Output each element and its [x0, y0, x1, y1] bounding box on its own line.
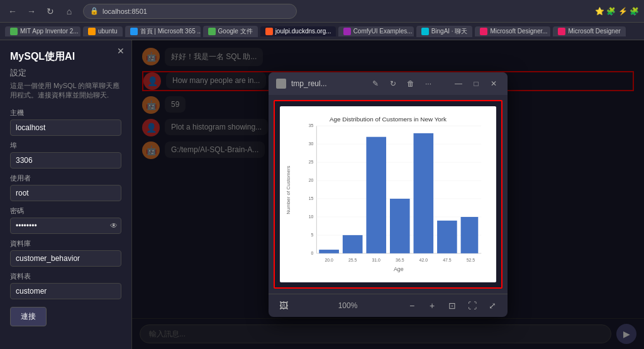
- svg-rect-32: [437, 221, 457, 253]
- db-input[interactable]: [10, 250, 121, 267]
- tab-label-9: Microsoft Designer: [568, 28, 620, 35]
- modal-title: tmp_reul...: [291, 79, 364, 88]
- svg-text:25.5: 25.5: [348, 258, 357, 262]
- tab-8[interactable]: Microsoft Designer...: [475, 26, 550, 36]
- expand-button[interactable]: ⤢: [485, 298, 500, 313]
- user-label: 使用者: [10, 174, 121, 183]
- minimize-button[interactable]: —: [452, 77, 465, 90]
- svg-rect-26: [366, 137, 386, 253]
- settings-description: 這是一個使用 MySQL 的簡單聊天應用程式。連接資料庫並開始聊天.: [10, 81, 121, 101]
- table-label: 資料表: [10, 272, 121, 281]
- svg-text:Age Distribution of Customers : Age Distribution of Customers in New Yor…: [330, 116, 447, 123]
- close-modal-button[interactable]: ✕: [487, 77, 500, 90]
- close-panel-button[interactable]: ✕: [115, 45, 126, 57]
- svg-text:52.5: 52.5: [467, 258, 475, 262]
- main-content: ✕ MySQL使用AI 設定 這是一個使用 MySQL 的簡單聊天應用程式。連接…: [0, 40, 644, 349]
- password-field-container: 👁: [10, 218, 121, 234]
- tab-label-6: ComfyUI Examples...: [353, 28, 413, 35]
- zoom-level: 100%: [296, 301, 399, 310]
- svg-text:Number of Customers: Number of Customers: [286, 165, 291, 214]
- left-panel: ✕ MySQL使用AI 設定 這是一個使用 MySQL 的簡單聊天應用程式。連接…: [0, 40, 132, 349]
- chat-area: 🤖 好好！我是一名 SQL 助... 👤 How many people are…: [132, 40, 644, 349]
- image-icon-button[interactable]: 🖼: [276, 298, 291, 313]
- fit-button[interactable]: ⊡: [445, 298, 460, 313]
- svg-text:30: 30: [309, 141, 314, 146]
- browser-bar: ← → ↻ ⌂ 🔒 localhost:8501 ⭐ 🧩 ⚡ 🧩: [0, 0, 644, 23]
- tab-label-7: BingAI · 聊天: [431, 27, 468, 36]
- svg-text:5: 5: [311, 233, 314, 237]
- connect-button[interactable]: 連接: [10, 307, 47, 326]
- tab-6[interactable]: ComfyUI Examples...: [338, 26, 414, 36]
- tab-label-4: Google 文件: [218, 27, 253, 36]
- refresh-icon-button[interactable]: ↻: [387, 77, 399, 90]
- host-label: 主機: [10, 108, 121, 118]
- tab-label-8: Microsoft Designer...: [490, 28, 547, 35]
- db-label: 資料庫: [10, 239, 121, 248]
- modal-window: tmp_reul... ✎ ↻ 🗑 ··· — □ ✕: [269, 72, 508, 317]
- svg-text:35: 35: [309, 123, 314, 128]
- tab-2[interactable]: ubuntu: [83, 26, 123, 36]
- modal-footer: 🖼 100% − + ⊡ ⛶ ⤢: [269, 294, 508, 317]
- host-input[interactable]: [10, 119, 121, 136]
- home-button[interactable]: ⌂: [62, 4, 77, 19]
- svg-rect-22: [319, 250, 339, 253]
- app-title: MySQL使用AI: [10, 50, 121, 64]
- url-text: localhost:8501: [103, 8, 147, 15]
- user-input[interactable]: [10, 185, 121, 201]
- tab-4[interactable]: Google 文件: [203, 26, 258, 37]
- maximize-button[interactable]: □: [470, 77, 482, 90]
- tab-5[interactable]: joulpi.duckdns.org...: [260, 26, 336, 36]
- tab-label-5: joulpi.duckdns.org...: [275, 28, 331, 35]
- settings-label: 設定: [10, 67, 121, 79]
- svg-rect-24: [343, 235, 363, 253]
- tab-label-2: ubuntu: [98, 28, 118, 35]
- svg-text:47.5: 47.5: [443, 258, 452, 262]
- port-label: 埠: [10, 141, 121, 150]
- fullscreen-button[interactable]: ⛶: [465, 298, 480, 313]
- svg-text:42.0: 42.0: [419, 258, 428, 262]
- svg-text:36.5: 36.5: [396, 258, 404, 262]
- tab-label-1: MIT App Inventor 2...: [20, 28, 79, 35]
- svg-rect-34: [461, 217, 479, 253]
- chart-image-area: Age Distribution of Customers in New Yor…: [274, 100, 502, 289]
- svg-text:20.0: 20.0: [325, 258, 333, 262]
- password-input[interactable]: [10, 218, 121, 234]
- browser-tabs: MIT App Inventor 2... ubuntu 首頁 | Micros…: [0, 23, 644, 40]
- svg-text:31.0: 31.0: [372, 258, 380, 262]
- svg-text:20: 20: [309, 178, 314, 182]
- more-button[interactable]: ···: [422, 77, 435, 90]
- delete-icon-button[interactable]: 🗑: [404, 77, 417, 90]
- tab-7[interactable]: BingAI · 聊天: [416, 26, 473, 37]
- refresh-button[interactable]: ↻: [43, 4, 58, 19]
- svg-text:Age: Age: [394, 266, 404, 272]
- image-viewer-modal: tmp_reul... ✎ ↻ 🗑 ··· — □ ✕: [132, 40, 644, 349]
- password-label: 密碼: [10, 206, 121, 216]
- svg-text:15: 15: [309, 196, 314, 201]
- zoom-in-button[interactable]: +: [425, 298, 440, 313]
- modal-favicon: [276, 79, 286, 89]
- port-input[interactable]: [10, 152, 121, 169]
- forward-button[interactable]: →: [24, 4, 39, 19]
- tab-9[interactable]: Microsoft Designer: [553, 26, 625, 36]
- tab-label-3: 首頁 | Microsoft 365 ...: [140, 27, 201, 36]
- svg-text:10: 10: [309, 214, 314, 219]
- svg-text:25: 25: [309, 160, 314, 164]
- table-input[interactable]: [10, 283, 121, 299]
- eye-icon[interactable]: 👁: [110, 221, 118, 230]
- url-bar[interactable]: 🔒 localhost:8501: [83, 4, 297, 19]
- svg-rect-30: [414, 133, 434, 253]
- tab-3[interactable]: 首頁 | Microsoft 365 ...: [125, 26, 201, 37]
- back-button[interactable]: ←: [5, 4, 20, 19]
- zoom-out-button[interactable]: −: [404, 298, 419, 313]
- modal-titlebar: tmp_reul... ✎ ↻ 🗑 ··· — □ ✕: [269, 72, 508, 95]
- svg-rect-28: [390, 199, 410, 253]
- lock-icon: 🔒: [90, 7, 99, 15]
- tab-1[interactable]: MIT App Inventor 2...: [5, 26, 80, 36]
- histogram-chart: Age Distribution of Customers in New Yor…: [280, 106, 496, 282]
- svg-text:0: 0: [311, 251, 314, 255]
- edit-icon-button[interactable]: ✎: [369, 77, 382, 90]
